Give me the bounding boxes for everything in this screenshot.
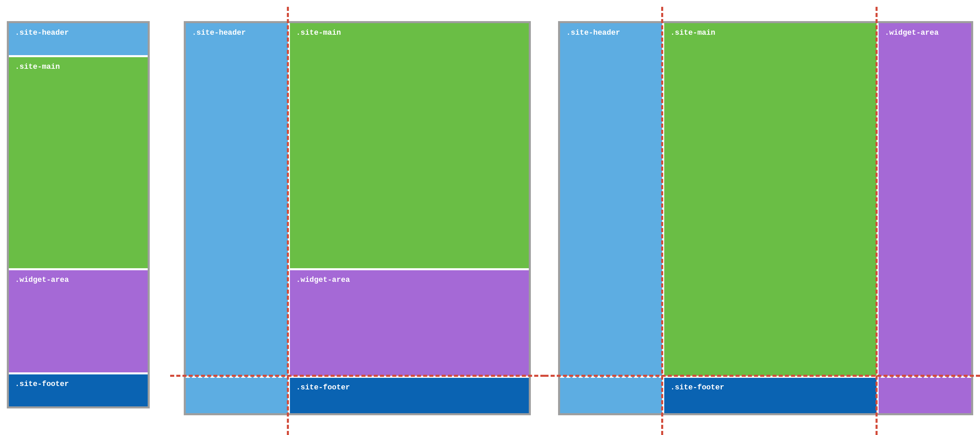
label-site-main: .site-main — [670, 29, 715, 37]
red-dash-vertical — [661, 7, 663, 435]
label-site-footer: .site-footer — [670, 383, 724, 392]
region-widget-area: .widget-area — [9, 270, 148, 372]
red-dash-horizontal — [170, 375, 544, 377]
red-dash-horizontal — [544, 375, 980, 377]
label-widget-area: .widget-area — [885, 29, 939, 37]
frame-tablet: .site-header .site-main .widget-area .si… — [184, 21, 531, 415]
region-site-header: .site-header — [186, 23, 288, 413]
region-site-footer: .site-footer — [9, 374, 148, 406]
label-site-header: .site-header — [566, 29, 620, 37]
label-site-main: .site-main — [15, 63, 60, 71]
diagram-stage: .site-header .site-main .widget-area .si… — [0, 0, 980, 435]
red-dash-vertical — [287, 7, 289, 435]
region-site-header: .site-header — [9, 23, 148, 55]
region-site-footer: .site-footer — [664, 378, 877, 413]
label-widget-area: .widget-area — [15, 276, 69, 284]
label-widget-area: .widget-area — [296, 276, 350, 284]
label-site-main: .site-main — [296, 29, 341, 37]
region-widget-area: .widget-area — [878, 23, 971, 413]
label-site-footer: .site-footer — [15, 380, 69, 388]
label-site-header: .site-header — [15, 29, 69, 37]
region-site-main: .site-main — [9, 57, 148, 268]
frame-mobile: .site-header .site-main .widget-area .si… — [7, 21, 150, 408]
red-dash-vertical — [875, 7, 878, 435]
frame-desktop: .site-header .site-main .site-footer .wi… — [558, 21, 973, 415]
region-site-footer: .site-footer — [290, 378, 529, 413]
region-site-main: .site-main — [664, 23, 877, 376]
region-widget-area: .widget-area — [290, 270, 529, 376]
label-site-header: .site-header — [192, 29, 246, 37]
region-site-header: .site-header — [560, 23, 662, 413]
region-site-main: .site-main — [290, 23, 529, 268]
label-site-footer: .site-footer — [296, 383, 350, 392]
